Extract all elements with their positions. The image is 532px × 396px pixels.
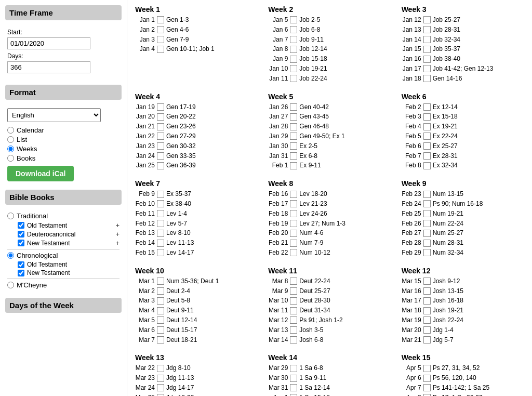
day-checkbox[interactable] <box>157 142 164 150</box>
day-checkbox[interactable] <box>157 384 164 391</box>
traditional-radio[interactable] <box>7 213 14 219</box>
start-input[interactable] <box>7 37 90 49</box>
old-testament-chron-checkbox[interactable] <box>18 261 24 268</box>
day-checkbox[interactable] <box>423 326 431 334</box>
day-checkbox[interactable] <box>290 287 297 295</box>
view-option-books[interactable]: Books <box>7 154 119 162</box>
day-checkbox[interactable] <box>423 365 431 372</box>
chronological-radio[interactable] <box>7 252 14 259</box>
day-checkbox[interactable] <box>290 326 297 334</box>
day-checkbox[interactable] <box>157 123 164 130</box>
day-checkbox[interactable] <box>157 316 164 324</box>
day-checkbox[interactable] <box>290 56 297 63</box>
day-checkbox[interactable] <box>423 162 431 169</box>
view-radio-list[interactable] <box>7 136 14 143</box>
day-checkbox[interactable] <box>290 162 297 169</box>
mcheyne-radio[interactable] <box>7 282 14 288</box>
day-checkbox[interactable] <box>290 220 297 227</box>
day-checkbox[interactable] <box>290 230 297 237</box>
day-checkbox[interactable] <box>157 162 164 169</box>
day-checkbox[interactable] <box>157 287 164 295</box>
day-checkbox[interactable] <box>290 336 297 344</box>
day-checkbox[interactable] <box>423 375 431 382</box>
day-checkbox[interactable] <box>157 326 164 334</box>
day-checkbox[interactable] <box>423 220 431 227</box>
day-checkbox[interactable] <box>423 46 431 53</box>
day-checkbox[interactable] <box>157 365 164 372</box>
new-testament-trad-expand[interactable]: + <box>115 239 119 247</box>
day-checkbox[interactable] <box>423 75 431 82</box>
day-checkbox[interactable] <box>157 336 164 344</box>
day-checkbox[interactable] <box>290 200 297 207</box>
day-checkbox[interactable] <box>157 230 164 237</box>
day-checkbox[interactable] <box>423 200 431 207</box>
day-checkbox[interactable] <box>290 103 297 111</box>
day-checkbox[interactable] <box>423 26 431 33</box>
day-checkbox[interactable] <box>157 26 164 33</box>
day-checkbox[interactable] <box>290 36 297 43</box>
day-checkbox[interactable] <box>157 200 164 207</box>
view-radio-weeks[interactable] <box>7 146 14 152</box>
day-checkbox[interactable] <box>423 210 431 217</box>
deuterocanonical-checkbox[interactable] <box>18 231 24 237</box>
day-checkbox[interactable] <box>290 26 297 33</box>
day-checkbox[interactable] <box>290 297 297 305</box>
new-testament-chron-checkbox[interactable] <box>18 270 24 276</box>
new-testament-trad-checkbox[interactable] <box>18 240 24 246</box>
day-checkbox[interactable] <box>423 191 431 198</box>
day-checkbox[interactable] <box>423 297 431 305</box>
day-checkbox[interactable] <box>290 113 297 121</box>
day-checkbox[interactable] <box>157 375 164 382</box>
day-checkbox[interactable] <box>290 375 297 382</box>
day-checkbox[interactable] <box>423 287 431 295</box>
day-checkbox[interactable] <box>290 16 297 23</box>
day-checkbox[interactable] <box>423 65 431 72</box>
day-checkbox[interactable] <box>423 36 431 43</box>
day-checkbox[interactable] <box>290 65 297 72</box>
view-radio-calendar[interactable] <box>7 127 14 134</box>
day-checkbox[interactable] <box>157 249 164 256</box>
day-checkbox[interactable] <box>423 278 431 285</box>
day-checkbox[interactable] <box>423 152 431 160</box>
day-checkbox[interactable] <box>423 56 431 63</box>
day-checkbox[interactable] <box>157 152 164 160</box>
day-checkbox[interactable] <box>290 75 297 82</box>
day-checkbox[interactable] <box>423 384 431 391</box>
day-checkbox[interactable] <box>290 210 297 217</box>
day-checkbox[interactable] <box>423 316 431 324</box>
day-checkbox[interactable] <box>157 278 164 285</box>
day-checkbox[interactable] <box>423 123 431 130</box>
day-checkbox[interactable] <box>290 394 297 396</box>
download-ical-button[interactable]: Download iCal <box>7 166 74 181</box>
old-testament-trad-checkbox[interactable] <box>18 222 24 229</box>
day-checkbox[interactable] <box>157 103 164 111</box>
day-checkbox[interactable] <box>423 230 431 237</box>
day-checkbox[interactable] <box>423 142 431 150</box>
day-checkbox[interactable] <box>290 46 297 53</box>
day-checkbox[interactable] <box>290 152 297 160</box>
old-testament-trad-expand[interactable]: + <box>115 221 119 229</box>
view-radio-books[interactable] <box>7 155 14 162</box>
day-checkbox[interactable] <box>423 103 431 111</box>
deuterocanonical-expand[interactable]: + <box>115 230 119 238</box>
day-checkbox[interactable] <box>157 36 164 43</box>
day-checkbox[interactable] <box>290 123 297 130</box>
day-checkbox[interactable] <box>157 191 164 198</box>
day-checkbox[interactable] <box>423 394 431 396</box>
day-checkbox[interactable] <box>157 113 164 121</box>
view-option-weeks[interactable]: Weeks <box>7 145 119 153</box>
day-checkbox[interactable] <box>157 133 164 140</box>
day-checkbox[interactable] <box>157 394 164 396</box>
day-checkbox[interactable] <box>423 249 431 256</box>
day-checkbox[interactable] <box>290 384 297 391</box>
language-select[interactable]: English Spanish French German <box>7 108 101 122</box>
day-checkbox[interactable] <box>157 16 164 23</box>
day-checkbox[interactable] <box>423 16 431 23</box>
day-checkbox[interactable] <box>290 249 297 256</box>
day-checkbox[interactable] <box>423 240 431 247</box>
day-checkbox[interactable] <box>157 307 164 314</box>
day-checkbox[interactable] <box>157 297 164 305</box>
day-checkbox[interactable] <box>290 240 297 247</box>
day-checkbox[interactable] <box>157 240 164 247</box>
day-checkbox[interactable] <box>423 133 431 140</box>
